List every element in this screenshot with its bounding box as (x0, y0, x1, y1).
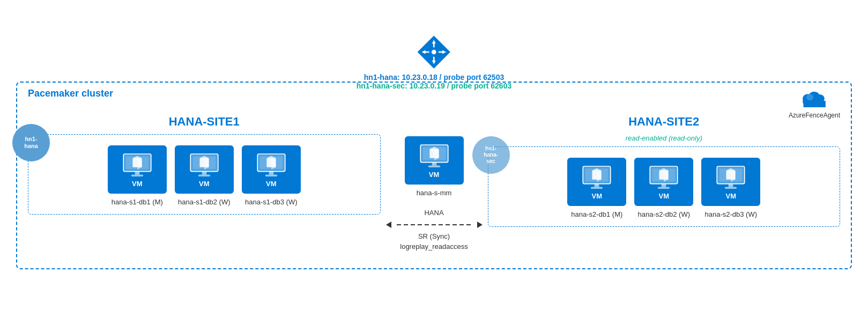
svg-rect-54 (591, 187, 603, 188)
vm-node-s1-db1: VM hana-s1-db1 (M) (108, 145, 167, 206)
vm-node-s1-db2: VM hana-s1-db2 (W) (175, 145, 234, 206)
vm-label-s1-db3: VM (266, 180, 277, 188)
sync-line1: HANA (424, 208, 443, 218)
svg-rect-44 (428, 165, 440, 167)
site1-vip-badge: hn1- hana (12, 124, 50, 161)
lb-labels: hn1-hana: 10.23.0.18 / probe port 62503 … (357, 73, 511, 90)
vm-node-s2-db3: VM hana-s2-db3 (W) (701, 158, 760, 218)
svg-rect-67 (729, 183, 733, 187)
svg-rect-22 (135, 171, 139, 174)
read-enabled-label: read-enabled (read-only) (488, 134, 841, 142)
vm-node-label-s2-db2: hana-s2-db2 (W) (637, 210, 690, 218)
vm-monitor-icon-s1-db3 (255, 152, 287, 179)
vm-box-s2-db3: VM (701, 158, 760, 206)
vm-node-label-s2-db1: hana-s2-db1 (M) (571, 210, 622, 218)
azure-cloud-icon (799, 88, 829, 109)
vm-box-s1-db1: VM (108, 145, 167, 194)
vm-monitor-icon-s1-db2 (188, 152, 220, 179)
vm-box-s2-db2: VM (634, 158, 693, 206)
site1-inner-border: hn1- hana (28, 134, 381, 215)
svg-marker-45 (386, 222, 391, 228)
svg-rect-43 (432, 162, 436, 165)
svg-point-16 (806, 94, 813, 101)
vm-label-s2-db1: VM (592, 192, 603, 200)
sync-dashed-line (397, 224, 472, 226)
right-arrow-icon (472, 220, 483, 229)
vm-label-s2-db2: VM (659, 192, 670, 200)
svg-rect-68 (725, 187, 737, 188)
vm-monitor-icon-mm (418, 143, 450, 170)
svg-rect-36 (269, 171, 273, 174)
svg-rect-29 (202, 171, 206, 174)
site1-section: HANA-SITE1 hn1- hana (28, 115, 381, 215)
svg-rect-30 (198, 174, 210, 176)
vm-node-label-s1-db2: hana-s1-db2 (W) (178, 198, 231, 206)
vm-box-s2-db1: VM (567, 158, 626, 206)
vm-node-label-s1-db3: hana-s1-db3 (W) (245, 198, 298, 206)
load-balancer-icon (416, 33, 453, 71)
diagram-wrapper: hn1-hana: 10.23.0.18 / probe port 62503 … (11, 49, 857, 275)
svg-rect-53 (595, 183, 599, 187)
vm-monitor-icon-s2-db2 (648, 164, 680, 191)
lb-secondary-label: hn1-hana-sec: 10.23.0.19 / probe port 62… (357, 82, 511, 90)
load-balancer-container: hn1-hana: 10.23.0.18 / probe port 62503 … (357, 33, 511, 90)
vm-node-label-s2-db3: hana-s2-db3 (W) (704, 210, 757, 218)
site2-title: HANA-SITE2 (488, 115, 841, 129)
svg-rect-23 (131, 174, 143, 176)
site2-vip-badge: hn1- hana- sec (472, 136, 510, 174)
sync-line2: SR (Sync) (418, 231, 450, 242)
vm-label-s2-db3: VM (726, 192, 737, 200)
site2-nodes-row: VM hana-s2-db1 (M) (496, 158, 832, 218)
vm-label-mm: VM (429, 171, 440, 179)
svg-point-9 (432, 50, 436, 55)
azure-fence-agent: AzureFenceAgent (789, 88, 840, 119)
vm-label-s1-db1: VM (132, 180, 143, 188)
vm-monitor-icon-s2-db3 (715, 164, 747, 191)
vm-node-label-mm: hana-s-mm (417, 189, 452, 197)
vm-node-s1-db3: VM hana-s1-db3 (W) (242, 145, 301, 206)
svg-rect-15 (804, 101, 826, 107)
sync-section: HANA S (386, 208, 483, 252)
vm-node-s2-db2: VM hana-s2-db2 (W) (634, 158, 693, 218)
vm-node-mm: VM hana-s-mm (405, 136, 464, 197)
site2-inner-border: hn1- hana- sec (488, 146, 841, 227)
svg-marker-47 (477, 222, 483, 228)
svg-rect-60 (662, 183, 666, 187)
pacemaker-cluster-border: Pacemaker cluster AzureFenceAgent HANA-S… (16, 82, 852, 269)
main-content: HANA-SITE1 hn1- hana (28, 115, 840, 252)
middle-section: VM hana-s-mm HANA (386, 115, 483, 252)
site2-wrapper: HANA-SITE2 read-enabled (read-only) hn1-… (488, 115, 841, 227)
svg-rect-61 (658, 187, 670, 188)
vm-box-s1-db2: VM (175, 145, 234, 194)
sync-line3: logreplay_readaccess (400, 241, 468, 252)
svg-rect-37 (265, 174, 277, 176)
vm-node-s2-db1: VM hana-s2-db1 (M) (567, 158, 626, 218)
azure-fence-label: AzureFenceAgent (789, 112, 840, 119)
vm-label-s1-db2: VM (199, 180, 210, 188)
vm-monitor-icon-s1-db1 (121, 152, 153, 179)
vm-node-label-s1-db1: hana-s1-db1 (M) (112, 198, 163, 206)
vm-monitor-icon-s2-db1 (581, 164, 613, 191)
left-arrow-icon (386, 220, 397, 229)
vm-box-s1-db3: VM (242, 145, 301, 194)
site1-nodes-row: VM hana-s1-db1 (M) (36, 145, 372, 206)
site1-title: HANA-SITE1 (28, 115, 381, 129)
vm-box-mm: VM (405, 136, 464, 185)
lb-primary-label: hn1-hana: 10.23.0.18 / probe port 62503 (357, 73, 511, 82)
pacemaker-cluster-label: Pacemaker cluster (28, 88, 113, 99)
